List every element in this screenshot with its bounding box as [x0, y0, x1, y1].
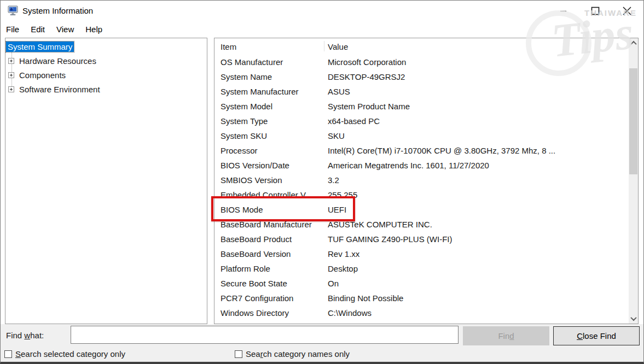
- close-icon: [622, 5, 633, 16]
- minimize-icon: [559, 7, 568, 15]
- table-row[interactable]: Platform Role Desktop: [214, 261, 629, 276]
- category-tree: System Summary Hardware Resources Compon…: [5, 38, 207, 96]
- row-value: UEFI: [328, 205, 629, 214]
- column-header-value[interactable]: Value: [328, 42, 629, 51]
- table-row[interactable]: System Manufacturer ASUS: [214, 84, 629, 99]
- tree-item[interactable]: Components: [5, 68, 207, 82]
- row-item-label: BaseBoard Product: [214, 234, 328, 244]
- minimize-button[interactable]: [551, 1, 576, 21]
- row-item-label: BIOS Version/Date: [214, 161, 328, 170]
- table-row[interactable]: Embedded Controller V 255.255: [214, 187, 629, 202]
- tree-item-label: Software Environment: [18, 84, 102, 95]
- table-row[interactable]: System SKU SKU: [214, 128, 629, 143]
- table-row[interactable]: BIOS Version/Date American Megatrends In…: [214, 158, 629, 173]
- table-row[interactable]: BIOS Mode UEFI: [214, 202, 629, 217]
- table-row[interactable]: OS Manufacturer Microsoft Corporation: [214, 55, 629, 69]
- row-value: SKU: [328, 131, 629, 140]
- row-item-label: System Type: [214, 116, 328, 126]
- search-category-names-option[interactable]: Search category names only: [235, 349, 350, 359]
- scroll-up-button[interactable]: [629, 38, 638, 48]
- category-tree-pane: System Summary Hardware Resources Compon…: [5, 38, 207, 324]
- row-item-label: Embedded Controller V: [214, 190, 328, 199]
- menubar: FileEditViewHelp: [1, 21, 643, 37]
- close-find-button[interactable]: Close Find: [553, 326, 640, 345]
- row-value: ASUSTeK COMPUTER INC.: [328, 220, 629, 229]
- table-row[interactable]: System Name DESKTOP-49GRSJ2: [214, 69, 629, 84]
- menu-item[interactable]: File: [6, 25, 19, 34]
- tree-item[interactable]: System Summary: [5, 39, 207, 54]
- menu-item[interactable]: Edit: [31, 25, 45, 34]
- tree-item-label: Hardware Resources: [18, 56, 98, 66]
- maximize-icon: [590, 6, 600, 16]
- row-item-label: BIOS Mode: [214, 205, 328, 214]
- table-row[interactable]: BaseBoard Product TUF GAMING Z490-PLUS (…: [214, 232, 629, 246]
- row-value: C:\Windows: [328, 308, 629, 318]
- row-item-label: PCR7 Configuration: [214, 293, 328, 303]
- row-item-label: Processor: [214, 146, 328, 155]
- table-row[interactable]: Secure Boot State On: [214, 276, 629, 291]
- maximize-button[interactable]: [583, 1, 608, 21]
- row-value: Desktop: [328, 264, 629, 273]
- chevron-up-icon: [630, 41, 636, 47]
- window-title: System Information: [22, 6, 93, 15]
- menu-item[interactable]: Help: [85, 25, 102, 34]
- expand-plus-icon[interactable]: [8, 72, 14, 78]
- search-category-names-checkbox[interactable]: [235, 350, 242, 358]
- table-row[interactable]: Windows Directory C:\Windows: [214, 306, 629, 320]
- row-item-label: OS Manufacturer: [214, 57, 328, 67]
- chevron-down-icon: [630, 315, 636, 321]
- row-value: System Product Name: [328, 102, 629, 111]
- tree-item[interactable]: Software Environment: [5, 82, 207, 96]
- row-item-label: Windows Directory: [214, 308, 328, 318]
- menu-item[interactable]: View: [56, 25, 74, 34]
- tree-item-label: Components: [18, 70, 67, 80]
- find-what-label: Find what:: [6, 331, 44, 340]
- search-selected-category-option[interactable]: Search selected category only: [4, 349, 125, 359]
- search-selected-category-label: Search selected category only: [15, 349, 125, 359]
- row-item-label: Platform Role: [214, 264, 328, 273]
- table-row[interactable]: BaseBoard Manufacturer ASUSTeK COMPUTER …: [214, 217, 629, 232]
- row-value: 255.255: [328, 190, 629, 199]
- row-value: TUF GAMING Z490-PLUS (WI-FI): [328, 234, 629, 244]
- row-value: Microsoft Corporation: [328, 57, 629, 67]
- table-header: Item Value: [214, 38, 629, 55]
- row-item-label: System Model: [214, 102, 328, 111]
- details-pane: Item Value OS Manufacturer Microsoft Cor…: [214, 38, 639, 324]
- tree-item[interactable]: Hardware Resources: [5, 54, 207, 68]
- close-button[interactable]: [614, 1, 640, 21]
- row-item-label: SMBIOS Version: [214, 175, 328, 185]
- row-item-label: System Manufacturer: [214, 87, 328, 96]
- row-value: ASUS: [328, 87, 629, 96]
- table-row[interactable]: SMBIOS Version 3.2: [214, 173, 629, 187]
- vertical-scrollbar[interactable]: [629, 38, 638, 324]
- row-value: x64-based PC: [328, 116, 629, 126]
- row-value: DESKTOP-49GRSJ2: [328, 72, 629, 81]
- search-selected-category-checkbox[interactable]: [4, 350, 12, 358]
- expand-plus-icon[interactable]: [8, 58, 14, 64]
- system-information-window: System Information FileEditViewHelp Syst…: [0, 0, 644, 364]
- row-value: On: [328, 279, 629, 288]
- table-row[interactable]: BaseBoard Version Rev 1.xx: [214, 246, 629, 261]
- row-item-label: System SKU: [214, 131, 328, 140]
- scroll-down-button[interactable]: [629, 314, 638, 324]
- row-value: Rev 1.xx: [328, 249, 629, 259]
- table-row[interactable]: System Model System Product Name: [214, 99, 629, 114]
- row-value: 3.2: [328, 175, 629, 185]
- column-divider[interactable]: [324, 41, 324, 51]
- expand-plus-icon[interactable]: [8, 86, 14, 92]
- scrollbar-thumb[interactable]: [629, 68, 637, 174]
- titlebar: System Information: [1, 1, 643, 21]
- table-row[interactable]: Processor Intel(R) Core(TM) i7-10700K CP…: [214, 143, 629, 158]
- row-item-label: BaseBoard Version: [214, 249, 328, 259]
- table-row[interactable]: PCR7 Configuration Binding Not Possible: [214, 291, 629, 306]
- find-button[interactable]: Find: [463, 326, 549, 345]
- column-header-item[interactable]: Item: [214, 42, 328, 51]
- row-value: American Megatrends Inc. 1601, 11/27/202…: [328, 161, 629, 170]
- search-category-names-label: Search category names only: [246, 349, 350, 359]
- find-bar: Find what: Find Close Find Search select…: [1, 324, 643, 362]
- find-input[interactable]: [71, 326, 459, 344]
- row-value: Intel(R) Core(TM) i7-10700K CPU @ 3.80GH…: [328, 146, 629, 155]
- table-body: OS Manufacturer Microsoft Corporation Sy…: [214, 55, 629, 320]
- row-item-label: System Name: [214, 72, 328, 81]
- table-row[interactable]: System Type x64-based PC: [214, 114, 629, 128]
